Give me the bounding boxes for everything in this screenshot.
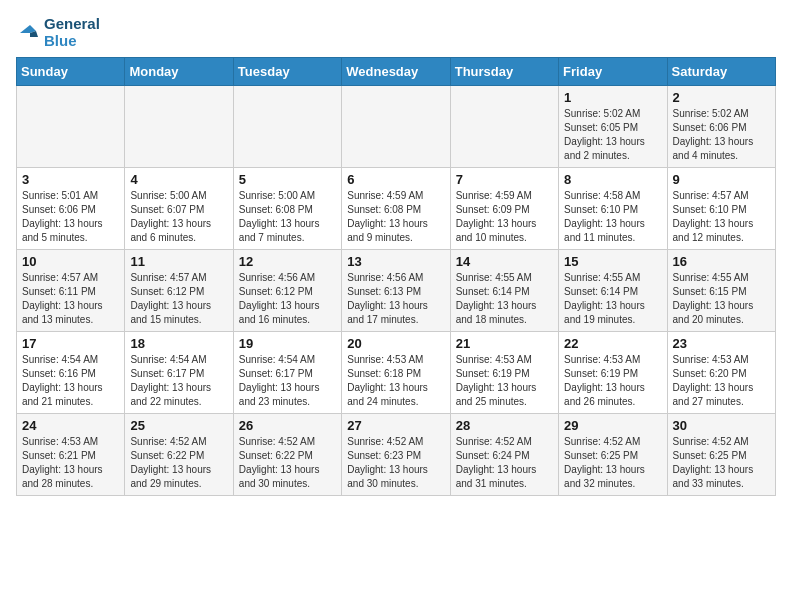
day-number: 12	[239, 254, 336, 269]
day-cell: 29Sunrise: 4:52 AM Sunset: 6:25 PM Dayli…	[559, 414, 667, 496]
day-number: 13	[347, 254, 444, 269]
weekday-header-thursday: Thursday	[450, 58, 558, 86]
svg-marker-0	[20, 25, 36, 33]
weekday-header-row: SundayMondayTuesdayWednesdayThursdayFrid…	[17, 58, 776, 86]
weekday-header-wednesday: Wednesday	[342, 58, 450, 86]
weekday-header-monday: Monday	[125, 58, 233, 86]
day-cell: 25Sunrise: 4:52 AM Sunset: 6:22 PM Dayli…	[125, 414, 233, 496]
day-cell: 15Sunrise: 4:55 AM Sunset: 6:14 PM Dayli…	[559, 250, 667, 332]
week-row-5: 24Sunrise: 4:53 AM Sunset: 6:21 PM Dayli…	[17, 414, 776, 496]
day-cell: 12Sunrise: 4:56 AM Sunset: 6:12 PM Dayli…	[233, 250, 341, 332]
weekday-header-saturday: Saturday	[667, 58, 775, 86]
week-row-4: 17Sunrise: 4:54 AM Sunset: 6:16 PM Dayli…	[17, 332, 776, 414]
day-number: 3	[22, 172, 119, 187]
day-info: Sunrise: 4:53 AM Sunset: 6:20 PM Dayligh…	[673, 353, 770, 409]
day-cell: 23Sunrise: 4:53 AM Sunset: 6:20 PM Dayli…	[667, 332, 775, 414]
weekday-header-tuesday: Tuesday	[233, 58, 341, 86]
day-info: Sunrise: 5:01 AM Sunset: 6:06 PM Dayligh…	[22, 189, 119, 245]
day-number: 17	[22, 336, 119, 351]
day-info: Sunrise: 4:52 AM Sunset: 6:25 PM Dayligh…	[564, 435, 661, 491]
logo-bird-icon	[16, 21, 40, 45]
day-number: 5	[239, 172, 336, 187]
week-row-2: 3Sunrise: 5:01 AM Sunset: 6:06 PM Daylig…	[17, 168, 776, 250]
day-cell	[342, 86, 450, 168]
day-number: 24	[22, 418, 119, 433]
day-number: 2	[673, 90, 770, 105]
day-info: Sunrise: 4:53 AM Sunset: 6:19 PM Dayligh…	[456, 353, 553, 409]
day-number: 11	[130, 254, 227, 269]
week-row-3: 10Sunrise: 4:57 AM Sunset: 6:11 PM Dayli…	[17, 250, 776, 332]
day-number: 27	[347, 418, 444, 433]
day-cell: 27Sunrise: 4:52 AM Sunset: 6:23 PM Dayli…	[342, 414, 450, 496]
day-number: 22	[564, 336, 661, 351]
day-info: Sunrise: 4:53 AM Sunset: 6:18 PM Dayligh…	[347, 353, 444, 409]
day-info: Sunrise: 4:53 AM Sunset: 6:19 PM Dayligh…	[564, 353, 661, 409]
day-cell: 6Sunrise: 4:59 AM Sunset: 6:08 PM Daylig…	[342, 168, 450, 250]
day-number: 15	[564, 254, 661, 269]
day-number: 20	[347, 336, 444, 351]
day-info: Sunrise: 4:59 AM Sunset: 6:08 PM Dayligh…	[347, 189, 444, 245]
day-cell	[125, 86, 233, 168]
day-info: Sunrise: 4:57 AM Sunset: 6:11 PM Dayligh…	[22, 271, 119, 327]
day-info: Sunrise: 4:54 AM Sunset: 6:16 PM Dayligh…	[22, 353, 119, 409]
day-info: Sunrise: 4:55 AM Sunset: 6:14 PM Dayligh…	[456, 271, 553, 327]
day-cell: 8Sunrise: 4:58 AM Sunset: 6:10 PM Daylig…	[559, 168, 667, 250]
day-cell: 28Sunrise: 4:52 AM Sunset: 6:24 PM Dayli…	[450, 414, 558, 496]
day-cell: 1Sunrise: 5:02 AM Sunset: 6:05 PM Daylig…	[559, 86, 667, 168]
day-info: Sunrise: 4:56 AM Sunset: 6:13 PM Dayligh…	[347, 271, 444, 327]
day-cell	[17, 86, 125, 168]
day-cell: 26Sunrise: 4:52 AM Sunset: 6:22 PM Dayli…	[233, 414, 341, 496]
day-info: Sunrise: 5:02 AM Sunset: 6:06 PM Dayligh…	[673, 107, 770, 163]
day-info: Sunrise: 4:59 AM Sunset: 6:09 PM Dayligh…	[456, 189, 553, 245]
logo: GeneralBlue	[16, 16, 100, 49]
day-info: Sunrise: 5:00 AM Sunset: 6:08 PM Dayligh…	[239, 189, 336, 245]
day-number: 1	[564, 90, 661, 105]
day-number: 28	[456, 418, 553, 433]
day-cell: 19Sunrise: 4:54 AM Sunset: 6:17 PM Dayli…	[233, 332, 341, 414]
day-number: 18	[130, 336, 227, 351]
logo-general: General	[44, 16, 100, 33]
day-number: 6	[347, 172, 444, 187]
day-cell: 10Sunrise: 4:57 AM Sunset: 6:11 PM Dayli…	[17, 250, 125, 332]
day-cell: 13Sunrise: 4:56 AM Sunset: 6:13 PM Dayli…	[342, 250, 450, 332]
weekday-header-sunday: Sunday	[17, 58, 125, 86]
day-info: Sunrise: 4:52 AM Sunset: 6:25 PM Dayligh…	[673, 435, 770, 491]
calendar: SundayMondayTuesdayWednesdayThursdayFrid…	[16, 57, 776, 496]
day-info: Sunrise: 4:52 AM Sunset: 6:22 PM Dayligh…	[130, 435, 227, 491]
day-number: 23	[673, 336, 770, 351]
day-cell: 14Sunrise: 4:55 AM Sunset: 6:14 PM Dayli…	[450, 250, 558, 332]
day-cell	[233, 86, 341, 168]
day-info: Sunrise: 4:57 AM Sunset: 6:10 PM Dayligh…	[673, 189, 770, 245]
day-info: Sunrise: 4:55 AM Sunset: 6:14 PM Dayligh…	[564, 271, 661, 327]
day-number: 19	[239, 336, 336, 351]
day-info: Sunrise: 4:53 AM Sunset: 6:21 PM Dayligh…	[22, 435, 119, 491]
day-info: Sunrise: 4:55 AM Sunset: 6:15 PM Dayligh…	[673, 271, 770, 327]
day-info: Sunrise: 4:56 AM Sunset: 6:12 PM Dayligh…	[239, 271, 336, 327]
day-number: 4	[130, 172, 227, 187]
day-number: 26	[239, 418, 336, 433]
day-cell: 18Sunrise: 4:54 AM Sunset: 6:17 PM Dayli…	[125, 332, 233, 414]
day-info: Sunrise: 4:54 AM Sunset: 6:17 PM Dayligh…	[130, 353, 227, 409]
day-info: Sunrise: 5:02 AM Sunset: 6:05 PM Dayligh…	[564, 107, 661, 163]
day-info: Sunrise: 4:52 AM Sunset: 6:22 PM Dayligh…	[239, 435, 336, 491]
day-cell: 16Sunrise: 4:55 AM Sunset: 6:15 PM Dayli…	[667, 250, 775, 332]
day-cell: 21Sunrise: 4:53 AM Sunset: 6:19 PM Dayli…	[450, 332, 558, 414]
day-cell: 22Sunrise: 4:53 AM Sunset: 6:19 PM Dayli…	[559, 332, 667, 414]
day-cell: 17Sunrise: 4:54 AM Sunset: 6:16 PM Dayli…	[17, 332, 125, 414]
day-cell: 3Sunrise: 5:01 AM Sunset: 6:06 PM Daylig…	[17, 168, 125, 250]
day-cell: 9Sunrise: 4:57 AM Sunset: 6:10 PM Daylig…	[667, 168, 775, 250]
page-header: GeneralBlue	[16, 16, 776, 49]
day-number: 21	[456, 336, 553, 351]
day-info: Sunrise: 4:57 AM Sunset: 6:12 PM Dayligh…	[130, 271, 227, 327]
day-number: 29	[564, 418, 661, 433]
day-number: 16	[673, 254, 770, 269]
day-number: 30	[673, 418, 770, 433]
day-cell: 4Sunrise: 5:00 AM Sunset: 6:07 PM Daylig…	[125, 168, 233, 250]
day-cell: 20Sunrise: 4:53 AM Sunset: 6:18 PM Dayli…	[342, 332, 450, 414]
day-number: 9	[673, 172, 770, 187]
day-cell: 7Sunrise: 4:59 AM Sunset: 6:09 PM Daylig…	[450, 168, 558, 250]
logo-blue: Blue	[44, 33, 100, 50]
day-cell: 11Sunrise: 4:57 AM Sunset: 6:12 PM Dayli…	[125, 250, 233, 332]
day-cell: 24Sunrise: 4:53 AM Sunset: 6:21 PM Dayli…	[17, 414, 125, 496]
day-cell: 2Sunrise: 5:02 AM Sunset: 6:06 PM Daylig…	[667, 86, 775, 168]
